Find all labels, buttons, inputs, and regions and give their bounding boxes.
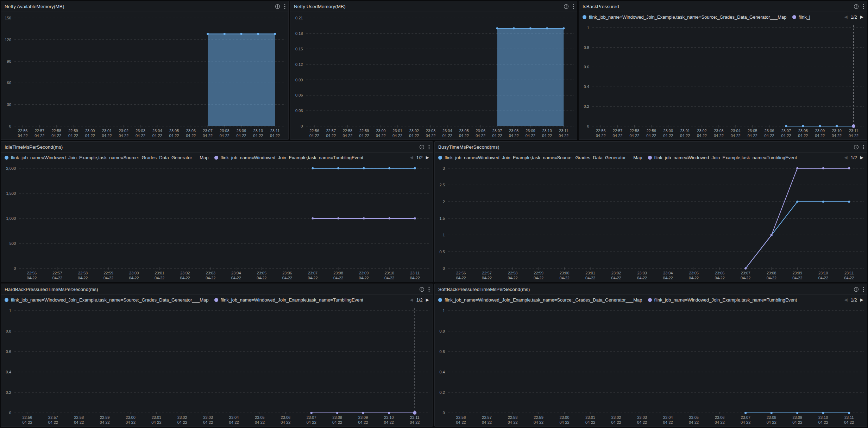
series-area-blue <box>208 34 275 126</box>
x-tick-time: 23:07 <box>203 129 213 133</box>
info-icon[interactable] <box>854 287 859 292</box>
legend-label: flink_job_name=Windowed_Join_Example,tas… <box>11 155 209 160</box>
x-tick-date: 04-22 <box>253 134 263 138</box>
y-tick-label: 0.06 <box>295 93 303 97</box>
data-point <box>770 234 773 236</box>
data-point <box>388 217 390 219</box>
legend-next-icon[interactable]: ▶ <box>860 298 863 302</box>
data-point <box>796 201 798 203</box>
panel-header[interactable]: IdleTimeMsPerSecond(ms) <box>1 142 433 153</box>
legend-item-series-1[interactable]: flink_job_name=Windowed_Join_Example,tas… <box>438 297 642 303</box>
panel-title: IsBackPressured <box>583 4 619 9</box>
time-series-chart[interactable]: 00.511.522.5322:5604-2222:5704-2222:5804… <box>435 162 867 282</box>
x-tick-date: 04-22 <box>849 134 858 138</box>
panel-header[interactable]: Netty AvailableMemory(MB) <box>1 1 288 12</box>
legend-item-series-1[interactable]: flink_job_name=Windowed_Join_Example,tas… <box>5 155 209 160</box>
legend-prev-icon[interactable]: ◀ <box>844 15 847 19</box>
x-tick-date: 04-22 <box>342 134 352 138</box>
kebab-menu-icon[interactable] <box>428 144 430 150</box>
legend-label: flink_job_name=Windowed_Join_Example,tas… <box>11 297 209 303</box>
x-tick-time: 23:02 <box>180 271 190 275</box>
legend-prev-icon[interactable]: ◀ <box>844 155 847 160</box>
x-tick-date: 04-22 <box>697 134 707 138</box>
legend-next-icon[interactable]: ▶ <box>426 298 429 302</box>
legend-item-series-1[interactable]: flink_job_name=Windowed_Join_Example,tas… <box>583 14 787 20</box>
panel-title: Netty UsedMemory(MB) <box>294 4 346 9</box>
x-tick-date: 04-22 <box>206 276 215 280</box>
x-tick-time: 23:09 <box>358 415 368 420</box>
legend-next-icon[interactable]: ▶ <box>860 155 863 160</box>
info-icon[interactable] <box>854 4 859 9</box>
panel-header[interactable]: IsBackPressured <box>579 1 867 12</box>
info-icon[interactable] <box>419 144 424 150</box>
panel-header-icons <box>419 287 430 292</box>
info-icon[interactable] <box>854 144 859 150</box>
x-tick-time: 23:08 <box>509 129 519 133</box>
x-tick-date: 04-22 <box>748 134 757 138</box>
x-tick-time: 23:10 <box>818 271 828 275</box>
legend-item-series-2[interactable]: flink_job_name=Windowed_Join_Example,tas… <box>648 155 797 160</box>
x-tick-date: 04-22 <box>534 276 543 280</box>
time-series-chart[interactable]: 05001,0001,5002,00022:5604-2222:5704-222… <box>1 162 433 282</box>
legend-item-series-2[interactable]: flink_j <box>792 14 810 20</box>
legend-prev-icon[interactable]: ◀ <box>410 155 413 160</box>
panel-header-icons <box>854 4 864 9</box>
chart-canvas[interactable]: 030609012015022:5604-2222:5704-2222:5804… <box>1 12 288 139</box>
legend-item-series-2[interactable]: flink_job_name=Windowed_Join_Example,tas… <box>214 297 364 303</box>
chart-canvas[interactable]: 00.511.522.5322:5604-2222:5704-2222:5804… <box>435 162 867 282</box>
data-point <box>337 217 339 219</box>
legend: flink_job_name=Windowed_Join_Example,tas… <box>1 153 433 162</box>
x-tick-time: 23:01 <box>585 271 595 275</box>
legend-prev-icon[interactable]: ◀ <box>844 298 847 302</box>
panel-header[interactable]: Netty UsedMemory(MB) <box>290 1 577 12</box>
legend-next-icon[interactable]: ▶ <box>860 15 863 19</box>
legend-item-series-2[interactable]: flink_job_name=Windowed_Join_Example,tas… <box>214 155 364 160</box>
y-tick-label: 0.5 <box>440 250 445 254</box>
x-tick-time: 22:59 <box>534 415 543 420</box>
legend-items: flink_job_name=Windowed_Join_Example,tas… <box>5 155 405 160</box>
kebab-menu-icon[interactable] <box>863 144 864 150</box>
panel-header[interactable]: BusyTimeMsPerSecond(ms) <box>435 142 867 153</box>
kebab-menu-icon[interactable] <box>284 4 285 9</box>
legend-next-icon[interactable]: ▶ <box>426 155 429 160</box>
info-icon[interactable] <box>419 287 424 292</box>
legend-item-series-1[interactable]: flink_job_name=Windowed_Join_Example,tas… <box>5 297 209 303</box>
x-tick-time: 23:04 <box>731 129 741 133</box>
x-tick-date: 04-22 <box>27 276 37 280</box>
legend-label: flink_j <box>799 14 810 20</box>
legend-item-series-1[interactable]: flink_job_name=Windowed_Join_Example,tas… <box>438 155 642 160</box>
chart-canvas[interactable]: 00.20.40.60.8122:5604-2222:5704-2222:580… <box>1 305 433 426</box>
legend-item-series-2[interactable]: flink_job_name=Windowed_Join_Example,tas… <box>648 297 797 303</box>
x-tick-time: 22:56 <box>456 271 466 275</box>
kebab-menu-icon[interactable] <box>428 287 430 292</box>
legend-prev-icon[interactable]: ◀ <box>410 298 413 302</box>
time-series-chart[interactable]: 00.20.40.60.8122:5604-2222:5704-2222:580… <box>1 305 433 426</box>
y-tick-label: 3 <box>443 166 445 170</box>
kebab-menu-icon[interactable] <box>863 4 864 9</box>
panel-header[interactable]: SoftBackPressuredTimeMsPerSecond(ms) <box>435 284 867 295</box>
x-tick-time: 23:09 <box>237 129 246 133</box>
panel-title: HardBackPressuredTimeMsPerSecond(ms) <box>5 287 98 292</box>
chart-canvas[interactable]: 00.20.40.60.8122:5604-2222:5704-2222:580… <box>435 305 867 426</box>
kebab-menu-icon[interactable] <box>573 4 574 9</box>
panel-header-icons <box>854 287 864 292</box>
x-tick-time: 23:11 <box>270 129 280 133</box>
x-tick-time: 23:04 <box>229 415 239 420</box>
kebab-menu-icon[interactable] <box>863 287 864 292</box>
x-tick-time: 23:03 <box>714 129 724 133</box>
time-series-chart[interactable]: 00.20.40.60.8122:5604-2222:5704-2222:580… <box>435 305 867 426</box>
y-tick-label: 0.6 <box>584 65 589 69</box>
chart-canvas[interactable]: 00.20.40.60.8122:5604-2222:5704-2222:580… <box>579 22 867 139</box>
time-series-chart[interactable]: 00.030.060.090.120.150.180.2122:5604-222… <box>290 12 577 139</box>
panel-header[interactable]: HardBackPressuredTimeMsPerSecond(ms) <box>1 284 433 295</box>
legend-page-indicator: 1/2 <box>851 155 857 160</box>
time-series-chart[interactable]: 00.20.40.60.8122:5604-2222:5704-2222:580… <box>579 22 867 139</box>
chart-canvas[interactable]: 05001,0001,5002,00022:5604-2222:5704-222… <box>1 162 433 282</box>
info-icon[interactable] <box>564 4 569 9</box>
panel-soft-back-pressured-time: SoftBackPressuredTimeMsPerSecond(ms) <box>434 284 867 427</box>
chart-canvas[interactable]: 00.030.060.090.120.150.180.2122:5604-222… <box>290 12 577 139</box>
time-series-chart[interactable]: 030609012015022:5604-2222:5704-2222:5804… <box>1 12 288 139</box>
info-icon[interactable] <box>275 4 280 9</box>
x-tick-time: 22:56 <box>456 415 466 420</box>
x-tick-date: 04-22 <box>818 276 828 280</box>
